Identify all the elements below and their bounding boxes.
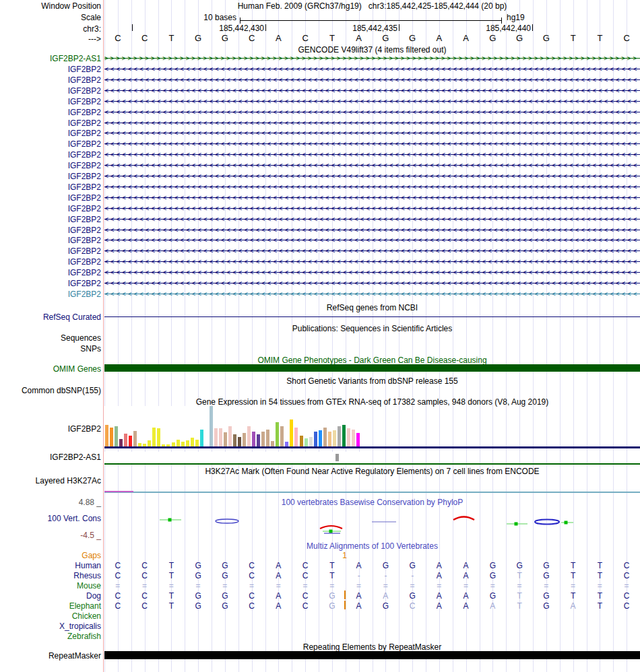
gene-row-igf2bp2-1[interactable]: <<<<<<<<<<<<<<<<<<<<<<<<<<<<<<<<<<<<<<<<…: [104, 64, 640, 75]
species-label-human[interactable]: Human: [0, 561, 101, 570]
gene-row-igf2bp2-15[interactable]: <<<<<<<<<<<<<<<<<<<<<<<<<<<<<<<<<<<<<<<<…: [104, 214, 640, 225]
species-label-dog[interactable]: Dog: [0, 591, 101, 601]
gene-label-igf2bp2-4[interactable]: IGF2BP2: [0, 97, 101, 106]
gene-row-igf2bp2-3[interactable]: <<<<<<<<<<<<<<<<<<<<<<<<<<<<<<<<<<<<<<<<…: [104, 86, 640, 96]
omim-title: OMIM Gene Phenotypes - Dark Green Can Be…: [104, 356, 640, 365]
gtex-expression-bar: [309, 437, 313, 446]
chrom-label: chr3:: [0, 24, 101, 34]
gene-row-igf2bp2-9[interactable]: <<<<<<<<<<<<<<<<<<<<<<<<<<<<<<<<<<<<<<<<…: [104, 149, 640, 160]
gene-row-igf2bp2-19[interactable]: <<<<<<<<<<<<<<<<<<<<<<<<<<<<<<<<<<<<<<<<…: [104, 257, 640, 267]
gtex-expression-bar: [138, 443, 141, 446]
gene-row-igf2bp2-12[interactable]: <<<<<<<<<<<<<<<<<<<<<<<<<<<<<<<<<<<<<<<<…: [104, 182, 640, 193]
repeatmasker-bar[interactable]: [104, 651, 640, 659]
gene-row-igf2bp2-4[interactable]: <<<<<<<<<<<<<<<<<<<<<<<<<<<<<<<<<<<<<<<<…: [104, 96, 640, 107]
gene-label-igf2bp2-9[interactable]: IGF2BP2: [0, 150, 101, 160]
insert-marker: [344, 601, 346, 609]
gtex-as1-plot-box[interactable]: [104, 452, 362, 463]
base-letter: A: [453, 34, 480, 43]
alignment-base: G: [506, 561, 533, 570]
gene-row-igf2bp2-6[interactable]: <<<<<<<<<<<<<<<<<<<<<<<<<<<<<<<<<<<<<<<<…: [104, 118, 640, 129]
gene-label-igf2bp2-5[interactable]: IGF2BP2: [0, 108, 101, 117]
species-label-x_tropicalis[interactable]: X_tropicalis: [0, 621, 101, 631]
track-label-sequences[interactable]: Sequences: [0, 333, 101, 343]
gene-row-igf2bp2-10[interactable]: <<<<<<<<<<<<<<<<<<<<<<<<<<<<<<<<<<<<<<<<…: [104, 160, 640, 171]
gene-label-igf2bp2-8[interactable]: IGF2BP2: [0, 139, 101, 149]
track-label-layered-h3k27ac[interactable]: Layered H3K27Ac: [0, 476, 101, 485]
gene-row-igf2bp2-13[interactable]: <<<<<<<<<<<<<<<<<<<<<<<<<<<<<<<<<<<<<<<<…: [104, 193, 640, 203]
gene-label-igf2bp2-last[interactable]: IGF2BP2: [0, 290, 101, 299]
gene-label-igf2bp2-19[interactable]: IGF2BP2: [0, 257, 101, 267]
gene-label-igf2bp2-17[interactable]: IGF2BP2: [0, 236, 101, 245]
alignment-base: C: [131, 571, 158, 580]
gtex-expression-bar: [148, 440, 151, 446]
alignment-base: A: [426, 561, 453, 570]
gene-row-igf2bp2-14[interactable]: <<<<<<<<<<<<<<<<<<<<<<<<<<<<<<<<<<<<<<<<…: [104, 203, 640, 214]
gene-row-igf2bp2-as1[interactable]: >>>>>>>>>>>>>>>>>>>>>>>>>>>>>>>>>>>>>>>>…: [104, 53, 640, 64]
track-label-gtex-as1[interactable]: IGF2BP2-AS1: [0, 452, 101, 462]
omim-gene-bar[interactable]: [104, 364, 640, 372]
assembly-name: Human Feb. 2009 (GRCh37/hg19): [238, 1, 362, 11]
alignment-base: C: [613, 591, 640, 601]
gtex-expression-bar: [214, 428, 218, 446]
gene-label-igf2bp2-10[interactable]: IGF2BP2: [0, 161, 101, 170]
phylop-plot[interactable]: [104, 497, 640, 539]
gene-label-igf2bp2-11[interactable]: IGF2BP2: [0, 172, 101, 181]
gene-row-igf2bp2-5[interactable]: <<<<<<<<<<<<<<<<<<<<<<<<<<<<<<<<<<<<<<<<…: [104, 107, 640, 118]
gene-row-igf2bp2-21[interactable]: <<<<<<<<<<<<<<<<<<<<<<<<<<<<<<<<<<<<<<<<…: [104, 278, 640, 289]
species-label-chicken[interactable]: Chicken: [0, 611, 101, 621]
track-label-100-vert-cons[interactable]: 100 Vert. Cons: [0, 514, 101, 523]
track-label-snps[interactable]: SNPs: [0, 344, 101, 354]
alignment-base: T: [587, 601, 614, 611]
track-label-common-dbsnp[interactable]: Common dbSNP(155): [0, 386, 101, 395]
species-label-zebrafish[interactable]: Zebrafish: [0, 632, 101, 641]
gene-label-igf2bp2-20[interactable]: IGF2BP2: [0, 268, 101, 277]
gene-row-igf2bp2-20[interactable]: <<<<<<<<<<<<<<<<<<<<<<<<<<<<<<<<<<<<<<<<…: [104, 267, 640, 278]
alignment-base: A: [346, 591, 373, 601]
base-letter: G: [399, 34, 426, 43]
gene-label-igf2bp2-2[interactable]: IGF2BP2: [0, 75, 101, 85]
species-label-rhesus[interactable]: Rhesus: [0, 571, 101, 580]
gtex-expression-bar: [233, 434, 236, 446]
gap-count: 1: [340, 551, 350, 560]
gene-row-igf2bp2-18[interactable]: <<<<<<<<<<<<<<<<<<<<<<<<<<<<<<<<<<<<<<<<…: [104, 246, 640, 257]
gene-row-igf2bp2-16[interactable]: <<<<<<<<<<<<<<<<<<<<<<<<<<<<<<<<<<<<<<<<…: [104, 225, 640, 236]
track-label-omim-genes[interactable]: OMIM Genes: [0, 364, 101, 374]
track-label-gaps[interactable]: Gaps: [0, 551, 101, 560]
gene-label-igf2bp2-21[interactable]: IGF2BP2: [0, 279, 101, 288]
gtex-expression-bar: [290, 419, 293, 446]
gene-label-igf2bp2-15[interactable]: IGF2BP2: [0, 215, 101, 224]
refseq-gene-line[interactable]: [104, 316, 640, 317]
gene-row-igf2bp2-17[interactable]: <<<<<<<<<<<<<<<<<<<<<<<<<<<<<<<<<<<<<<<<…: [104, 235, 640, 246]
species-label-mouse[interactable]: Mouse: [0, 581, 101, 591]
gene-row-igf2bp2-last[interactable]: <<<<<<<<<<<<<<<<<<<<<<<<<<<<<<<<<<<<<<<<…: [104, 289, 640, 300]
gene-label-igf2bp2-as1[interactable]: IGF2BP2-AS1: [0, 54, 101, 63]
track-label-refseq-curated[interactable]: RefSeq Curated: [0, 312, 101, 322]
gene-label-igf2bp2-3[interactable]: IGF2BP2: [0, 86, 101, 96]
strand-arrows-left: <<<<<<<<<<<<<<<<<<<<<<<<<<<<<<<<<<<<<<<<…: [104, 225, 639, 236]
gene-label-igf2bp2-18[interactable]: IGF2BP2: [0, 246, 101, 256]
gene-label-igf2bp2-14[interactable]: IGF2BP2: [0, 204, 101, 213]
gene-label-igf2bp2-13[interactable]: IGF2BP2: [0, 193, 101, 203]
insert-marker: [344, 591, 346, 599]
gene-row-igf2bp2-8[interactable]: <<<<<<<<<<<<<<<<<<<<<<<<<<<<<<<<<<<<<<<<…: [104, 139, 640, 149]
base-letter: T: [587, 34, 614, 43]
alignment-base: C: [613, 601, 640, 611]
gene-label-igf2bp2-16[interactable]: IGF2BP2: [0, 226, 101, 235]
gene-row-igf2bp2-11[interactable]: <<<<<<<<<<<<<<<<<<<<<<<<<<<<<<<<<<<<<<<<…: [104, 171, 640, 182]
gene-label-igf2bp2-7[interactable]: IGF2BP2: [0, 129, 101, 138]
gene-label-igf2bp2-1[interactable]: IGF2BP2: [0, 65, 101, 74]
gene-label-igf2bp2-6[interactable]: IGF2BP2: [0, 119, 101, 128]
gene-label-igf2bp2-12[interactable]: IGF2BP2: [0, 182, 101, 192]
gtex-expression-bar: [300, 436, 303, 446]
alignment-base: G: [373, 601, 399, 611]
alignment-base: =: [319, 581, 346, 591]
track-label-gtex-gene[interactable]: IGF2BP2: [0, 424, 101, 434]
species-label-elephant[interactable]: Elephant: [0, 601, 101, 611]
alignment-base: A: [265, 571, 292, 580]
gene-row-igf2bp2-7[interactable]: <<<<<<<<<<<<<<<<<<<<<<<<<<<<<<<<<<<<<<<<…: [104, 128, 640, 139]
gene-row-igf2bp2-2[interactable]: <<<<<<<<<<<<<<<<<<<<<<<<<<<<<<<<<<<<<<<<…: [104, 75, 640, 86]
track-label-repeatmasker[interactable]: RepeatMasker: [0, 651, 101, 661]
base-letter: C: [104, 34, 131, 43]
alignment-base: G: [533, 591, 560, 601]
alignment-base: A: [265, 601, 292, 611]
